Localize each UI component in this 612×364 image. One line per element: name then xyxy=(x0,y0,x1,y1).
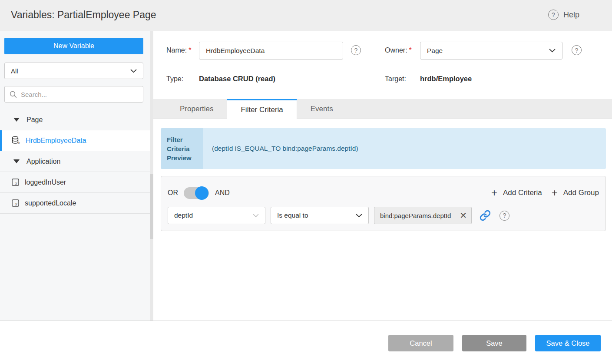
variables-dialog: Variables: PartialEmployee Page ? Help N… xyxy=(0,0,612,364)
cancel-button[interactable]: Cancel xyxy=(388,335,453,351)
bound-value-text: bind:pageParams.deptId xyxy=(380,212,459,219)
search-input[interactable] xyxy=(21,91,138,98)
help-label: Help xyxy=(563,10,579,20)
criteria-row: deptId Is equal to bind:pageParams.deptI… xyxy=(168,207,599,224)
static-variable-icon: x xyxy=(11,199,20,208)
name-help-icon[interactable]: ? xyxy=(351,45,361,55)
chevron-down-icon xyxy=(356,214,362,218)
toggle-knob xyxy=(195,186,208,200)
svg-text:x: x xyxy=(18,141,20,145)
add-group-button[interactable]: + Add Group xyxy=(552,188,599,198)
owner-select[interactable]: Page xyxy=(420,42,562,60)
save-button[interactable]: Save xyxy=(462,335,526,351)
collapse-triangle-icon[interactable] xyxy=(13,118,20,122)
svg-text:x: x xyxy=(15,202,17,206)
dialog-title: Variables: PartialEmployee Page xyxy=(11,9,156,21)
database-variable-icon: x xyxy=(11,136,21,145)
sidebar-group-application[interactable]: Application xyxy=(0,151,150,172)
preview-label: Filter Criteria Preview xyxy=(161,128,203,169)
plus-icon: + xyxy=(491,188,497,198)
variable-list: Page x HrdbEmployeeData Application xyxy=(0,109,150,214)
variable-search[interactable] xyxy=(4,86,143,103)
plus-icon: + xyxy=(552,188,558,198)
bind-link-icon[interactable] xyxy=(480,210,491,221)
criteria-operator-value: Is equal to xyxy=(277,212,308,219)
owner-help-icon[interactable]: ? xyxy=(572,45,582,55)
tab-events[interactable]: Events xyxy=(297,99,347,119)
required-asterisk: * xyxy=(189,46,191,54)
search-icon xyxy=(10,91,17,98)
collapse-triangle-icon[interactable] xyxy=(13,159,20,163)
help-button[interactable]: ? Help xyxy=(548,10,579,20)
remove-binding-icon[interactable]: ✕ xyxy=(459,210,468,221)
required-asterisk: * xyxy=(409,46,412,54)
tab-filter-criteria[interactable]: Filter Criteria xyxy=(227,99,297,119)
sidebar-item-loggedinuser[interactable]: x loggedInUser xyxy=(0,172,150,193)
sidebar-item-supportedlocale[interactable]: x supportedLocale xyxy=(0,193,150,214)
sidebar-group-page[interactable]: Page xyxy=(0,109,150,130)
variables-sidebar: New Variable All Page xyxy=(0,31,150,321)
variable-filter-value: All xyxy=(11,67,18,75)
preview-expression: (deptId IS_EQUAL_TO bind:pageParams.dept… xyxy=(203,128,606,169)
new-variable-button[interactable]: New Variable xyxy=(4,38,143,54)
criteria-field-value: deptId xyxy=(174,212,193,219)
criteria-operator-select[interactable]: Is equal to xyxy=(271,207,369,224)
variable-filter-select[interactable]: All xyxy=(4,63,143,79)
variable-detail-panel: Name:* ? Owner:* Page ? Type: Database C… xyxy=(153,31,612,321)
dialog-footer: Cancel Save Save & Close xyxy=(0,321,612,364)
sidebar-scrollbar[interactable] xyxy=(150,174,153,239)
target-value: hrdb/Employee xyxy=(420,75,472,83)
criteria-group-box: OR AND + Add Criteria + Add Group deptId xyxy=(161,176,606,231)
criteria-field-select[interactable]: deptId xyxy=(168,207,265,224)
name-input[interactable] xyxy=(199,42,343,60)
chevron-down-icon xyxy=(253,214,259,218)
owner-label: Owner:* xyxy=(385,46,412,54)
svg-text:x: x xyxy=(15,181,17,185)
or-label: OR xyxy=(168,189,178,197)
chevron-down-icon xyxy=(130,69,137,73)
logic-row: OR AND + Add Criteria + Add Group xyxy=(168,186,599,200)
criteria-help-icon[interactable]: ? xyxy=(500,211,509,221)
type-label: Type: xyxy=(166,75,183,83)
criteria-value-chip[interactable]: bind:pageParams.deptId ✕ xyxy=(374,207,472,224)
save-and-close-button[interactable]: Save & Close xyxy=(535,335,601,351)
dialog-header: Variables: PartialEmployee Page ? Help xyxy=(0,0,612,31)
sidebar-item-hrdbemployeedata[interactable]: x HrdbEmployeeData xyxy=(0,130,150,151)
and-label: AND xyxy=(215,189,230,197)
help-question-icon: ? xyxy=(548,10,559,20)
type-value: Database CRUD (read) xyxy=(199,75,275,83)
or-and-toggle[interactable] xyxy=(184,187,209,199)
filter-criteria-preview: Filter Criteria Preview (deptId IS_EQUAL… xyxy=(161,128,606,169)
tab-properties[interactable]: Properties xyxy=(166,99,227,119)
static-variable-icon: x xyxy=(11,178,20,187)
add-criteria-button[interactable]: + Add Criteria xyxy=(491,188,542,198)
name-label: Name:* xyxy=(166,46,191,54)
chevron-down-icon xyxy=(549,49,556,53)
target-label: Target: xyxy=(385,75,406,83)
tab-bar: Properties Filter Criteria Events xyxy=(153,99,612,119)
owner-value: Page xyxy=(427,47,443,55)
